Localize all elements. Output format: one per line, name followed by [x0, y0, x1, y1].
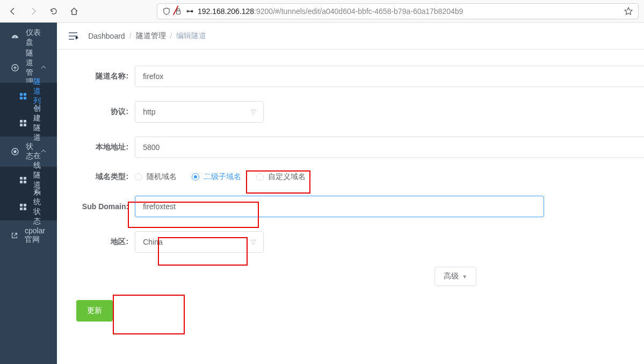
subdomain-input[interactable] [135, 196, 544, 217]
svg-rect-6 [20, 120, 23, 123]
tunnel-name-input[interactable] [135, 66, 644, 87]
tunnel-name-label: 隧道名称: [62, 72, 135, 81]
sidebar-item-label: 仪表盘 [26, 28, 46, 47]
svg-rect-13 [24, 177, 26, 180]
svg-rect-17 [24, 204, 26, 206]
svg-rect-4 [20, 97, 23, 99]
grid-icon [19, 92, 27, 100]
home-button[interactable] [67, 4, 82, 19]
radio-icon [135, 173, 142, 181]
reload-button[interactable] [46, 4, 61, 19]
domain-type-label: 域名类型: [62, 172, 135, 182]
browser-toolbar: ╱ ⊶ 192.168.206.128:9200/#/tunnels/edit/… [0, 0, 644, 23]
radio-icon [192, 173, 199, 181]
external-link-icon [11, 232, 18, 239]
sidebar: 仪表盘 隧道管理 隧道列表 创建隧道 状态 [0, 23, 57, 364]
url-bar[interactable]: ╱ ⊶ 192.168.206.128:9200/#/tunnels/edit/… [157, 3, 639, 19]
gauge-icon [11, 33, 19, 42]
grid-icon [19, 176, 27, 184]
domain-type-custom[interactable]: 自定义域名 [256, 172, 306, 182]
circle-icon [11, 147, 19, 156]
breadcrumb: Dashboard / 隧道管理 / 编辑隧道 [88, 31, 206, 41]
url-text: 192.168.206.128:9200/#/tunnels/edit/a040… [198, 7, 463, 16]
radio-label: 二级子域名 [204, 172, 241, 182]
breadcrumb-item[interactable]: Dashboard [88, 32, 125, 40]
sidebar-item-tunnel-mgmt[interactable]: 隧道管理 [0, 53, 57, 83]
region-select[interactable]: China ▽ [135, 231, 264, 253]
lock-insecure-icon: ╱ [175, 8, 182, 15]
subdomain-label: Sub Domain: [62, 202, 135, 211]
submit-label: 更新 [87, 306, 102, 315]
svg-rect-3 [24, 93, 26, 96]
region-value: China [143, 238, 163, 246]
key-icon: ⊶ [186, 7, 193, 15]
radio-label: 随机域名 [147, 172, 177, 182]
svg-point-11 [14, 151, 16, 153]
svg-rect-2 [20, 93, 23, 96]
bookmark-star-icon[interactable] [624, 7, 633, 16]
main-content: Dashboard / 隧道管理 / 编辑隧道 隧道名称: 协议: http ▽… [57, 23, 644, 364]
chevron-down-icon [41, 65, 46, 70]
chevron-down-icon: ▽ [251, 108, 256, 116]
back-button[interactable] [5, 4, 20, 19]
advanced-button[interactable]: 高级 ▼ [435, 267, 476, 286]
radio-icon [256, 173, 264, 181]
protocol-value: http [143, 108, 155, 116]
protocol-label: 协议: [62, 107, 135, 117]
breadcrumb-sep: / [170, 32, 172, 40]
region-label: 地区: [62, 237, 135, 247]
circle-plus-icon [11, 63, 19, 72]
breadcrumb-sep: / [129, 32, 132, 40]
sidebar-item-tunnel-create[interactable]: 创建隧道 [0, 110, 57, 137]
chevron-down-icon: ▽ [251, 238, 256, 246]
protocol-select[interactable]: http ▽ [135, 101, 264, 123]
svg-rect-19 [24, 208, 26, 210]
svg-rect-12 [20, 177, 23, 180]
local-addr-input[interactable] [135, 137, 644, 158]
sidebar-item-status[interactable]: 状态 [0, 137, 57, 167]
svg-rect-7 [24, 120, 26, 123]
breadcrumb-item[interactable]: 隧道管理 [136, 31, 166, 41]
radio-label: 自定义域名 [268, 172, 306, 182]
shield-icon [163, 8, 170, 15]
grid-icon [19, 203, 27, 211]
domain-type-random[interactable]: 随机域名 [135, 172, 177, 182]
svg-rect-16 [20, 204, 23, 206]
edit-tunnel-form: 隧道名称: 协议: http ▽ 本地地址: 域名类型: 随机域名 [57, 49, 644, 327]
grid-icon [19, 119, 27, 127]
svg-rect-5 [24, 97, 26, 99]
sidebar-item-tunnel-list[interactable]: 隧道列表 [0, 83, 57, 110]
caret-down-icon: ▼ [462, 274, 467, 280]
svg-rect-9 [24, 124, 26, 126]
svg-rect-15 [24, 181, 26, 183]
forward-button[interactable] [26, 4, 41, 19]
svg-rect-18 [20, 208, 23, 210]
domain-type-radio-group: 随机域名 二级子域名 自定义域名 [135, 172, 306, 182]
sidebar-item-cpolar-site[interactable]: cpolar官网 [0, 220, 57, 251]
svg-rect-8 [20, 124, 23, 126]
hamburger-icon[interactable] [68, 32, 78, 40]
content-header: Dashboard / 隧道管理 / 编辑隧道 [57, 23, 644, 49]
submit-button[interactable]: 更新 [76, 300, 113, 322]
svg-rect-14 [20, 181, 23, 183]
advanced-label: 高级 [444, 272, 459, 281]
domain-type-subdomain[interactable]: 二级子域名 [192, 172, 241, 182]
sidebar-item-label: cpolar官网 [25, 226, 46, 245]
local-addr-label: 本地地址: [62, 142, 135, 152]
sidebar-item-system-status[interactable]: 系统状态 [0, 194, 57, 220]
sidebar-item-online-tunnels[interactable]: 在线隧道列表 [0, 167, 57, 194]
breadcrumb-item-current: 编辑隧道 [176, 31, 206, 41]
